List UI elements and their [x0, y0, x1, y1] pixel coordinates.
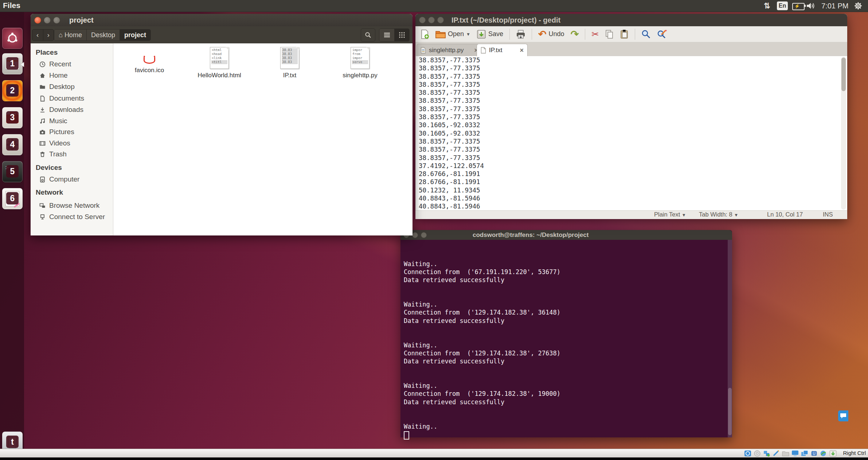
sidebar-item-home[interactable]: Home	[39, 71, 68, 79]
new-document-button[interactable]	[419, 29, 431, 40]
minimize-button[interactable]	[428, 17, 435, 23]
maximize-button[interactable]	[421, 232, 427, 238]
sidebar-item-connect-to-server[interactable]: Connect to Server	[39, 213, 105, 221]
display-icon[interactable]	[791, 450, 799, 457]
file-favicon[interactable]: favicon.ico	[121, 47, 178, 74]
launcher-badge: 5	[6, 165, 19, 178]
gedit-text-area[interactable]: 38.8357,-77.3375 38.8357,-77.3375 38.835…	[415, 56, 847, 210]
session-gear-icon[interactable]	[854, 0, 862, 12]
save-button[interactable]: Save	[475, 29, 505, 40]
sidebar-item-desktop[interactable]: Desktop	[39, 83, 75, 91]
shared-folders-icon[interactable]	[782, 450, 789, 457]
open-button[interactable]: Open ▼	[434, 29, 472, 39]
gedit-titlebar[interactable]: IP.txt (~/Desktop/project) - gedit	[415, 14, 847, 26]
usb-device-icon[interactable]: U	[810, 450, 818, 457]
keyboard-layout-indicator[interactable]: En	[777, 1, 788, 10]
window-title: IP.txt (~/Desktop/project) - gedit	[451, 16, 560, 24]
network-adapter-icon[interactable]	[763, 450, 770, 457]
desktop: Files ⇅ En ⚡ 7:01 PM 1 2 3	[0, 0, 868, 460]
volume-icon[interactable]	[806, 0, 816, 12]
files-titlebar[interactable]: project	[31, 14, 413, 26]
paste-button[interactable]	[618, 29, 630, 40]
find-replace-icon	[657, 30, 667, 39]
sidebar-item-documents[interactable]: Documents	[39, 94, 84, 102]
terminal-cursor	[404, 431, 409, 440]
terminal-titlebar[interactable]: codsworth@traffens: ~/Desktop/project	[400, 230, 732, 240]
sidebar-item-trash[interactable]: Trash	[39, 150, 67, 158]
search-button[interactable]	[361, 28, 375, 42]
copy-button[interactable]	[603, 29, 615, 40]
list-view-button[interactable]	[379, 29, 394, 41]
ubuntu-logo-icon	[3, 28, 22, 48]
sidebar-item-downloads[interactable]: Downloads	[39, 106, 83, 114]
sidebar-item-pictures[interactable]: Pictures	[39, 128, 74, 136]
auto-resize-icon[interactable]	[829, 450, 837, 457]
launcher-badge: 4	[6, 138, 19, 151]
minimize-button[interactable]	[412, 232, 418, 238]
app-menu-files[interactable]: Files	[3, 1, 20, 10]
sidebar-item-recent[interactable]: Recent	[39, 60, 71, 68]
download-icon	[39, 107, 46, 113]
find-button[interactable]	[640, 29, 652, 40]
files-content-area[interactable]: favicon.ico <html <head <link <titl Hell…	[113, 43, 413, 235]
clock[interactable]: 7:01 PM	[821, 0, 848, 12]
maximize-button[interactable]	[437, 17, 444, 23]
notification-icon[interactable]	[838, 410, 848, 421]
music-note-icon	[39, 118, 46, 124]
open-dropdown-caret[interactable]: ▼	[466, 32, 470, 37]
cut-button[interactable]: ✂	[590, 28, 600, 40]
gedit-scrollbar[interactable]	[841, 57, 846, 210]
html-thumbnail: <html <head <link <titl	[210, 47, 229, 69]
launcher-software-center[interactable]: 3	[2, 107, 23, 128]
close-button[interactable]	[34, 17, 41, 24]
language-selector[interactable]: Plain Text ▼	[654, 211, 686, 218]
terminal-scrollbar[interactable]	[728, 240, 732, 437]
top-panel: Files ⇅ En ⚡ 7:01 PM	[0, 0, 868, 12]
battery-icon[interactable]: ⚡	[792, 3, 805, 10]
launcher-dash-home[interactable]	[2, 28, 23, 49]
vbox-statusbar: U Right Ctrl	[0, 449, 868, 458]
replace-button[interactable]	[656, 29, 669, 40]
film-icon	[39, 140, 46, 147]
tab-width-selector[interactable]: Tab Width: 8 ▼	[699, 211, 738, 218]
close-tab-icon[interactable]: ×	[520, 47, 524, 54]
recording-pen-icon[interactable]	[772, 450, 780, 457]
txt-thumbnail: 38.83 38.83 38.83 38.83	[280, 47, 299, 69]
forward-button[interactable]: ›	[43, 30, 54, 40]
launcher-terminal[interactable]: >_ 5	[2, 161, 23, 182]
file-helloworld[interactable]: <html <head <link <titl HelloWorld.html	[191, 47, 248, 79]
cd-drive-icon[interactable]	[753, 450, 761, 457]
grid-view-button[interactable]	[394, 29, 409, 41]
breadcrumb-home[interactable]: ⌂Home	[54, 30, 87, 40]
print-button[interactable]	[515, 29, 527, 40]
sidebar-item-computer[interactable]: Computer	[39, 175, 79, 183]
network-updown-icon[interactable]: ⇅	[764, 0, 770, 12]
file-singlehttp[interactable]: impor from impor serve singlehttp.py	[332, 47, 388, 79]
home-icon	[39, 73, 46, 79]
sidebar-item-browse-network[interactable]: Browse Network	[39, 202, 99, 210]
tab-iptxt[interactable]: IP.txt ×	[477, 44, 528, 56]
maximize-button[interactable]	[53, 17, 60, 24]
launcher-system-settings[interactable]: 4	[2, 134, 23, 155]
file-iptxt[interactable]: 38.83 38.83 38.83 38.83 IP.txt	[261, 47, 318, 79]
breadcrumb-project[interactable]: project	[120, 30, 150, 40]
seamless-windows-icon[interactable]	[801, 450, 808, 457]
tab-singlehttp[interactable]: singlehttp.py ×	[417, 44, 482, 56]
redo-button[interactable]: ↷	[569, 29, 580, 39]
network-icon	[39, 203, 46, 209]
bottom-edge	[0, 457, 868, 460]
redo-icon: ↷	[571, 30, 579, 39]
sidebar-item-music[interactable]: Music	[39, 117, 67, 125]
minimize-button[interactable]	[44, 17, 51, 24]
launcher-firefox[interactable]: 2	[2, 80, 23, 101]
back-button[interactable]: ‹	[32, 30, 43, 40]
breadcrumb-desktop[interactable]: Desktop	[87, 30, 120, 40]
harddrive-icon	[39, 176, 46, 183]
hdd-activity-icon[interactable]	[744, 450, 751, 457]
sidebar-item-videos[interactable]: Videos	[39, 139, 70, 147]
close-button[interactable]	[419, 17, 426, 23]
launcher-text-editor[interactable]: 6	[2, 188, 23, 209]
terminal-output[interactable]: Waiting.. Connection from ('67.191.191.2…	[400, 240, 732, 437]
undo-button[interactable]: ↶ Undo	[537, 29, 566, 39]
network-globe-icon[interactable]	[820, 450, 827, 457]
